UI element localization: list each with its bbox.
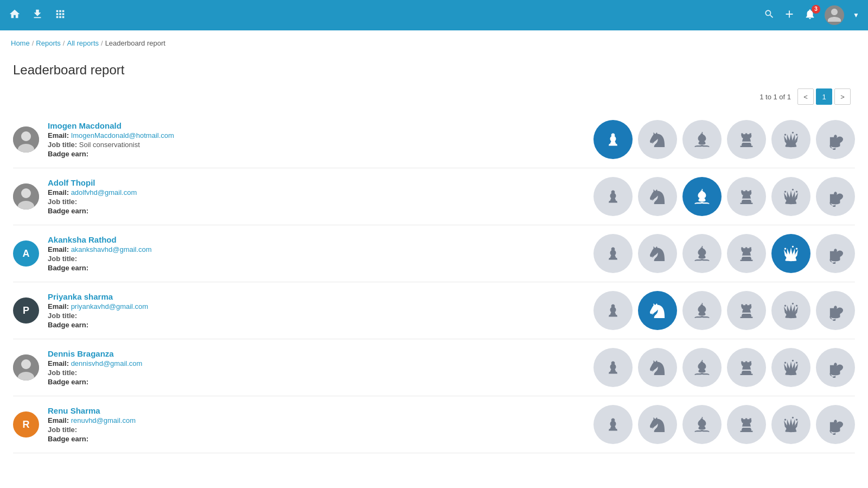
badge-king[interactable] (816, 348, 855, 387)
badges-row (593, 234, 855, 273)
badges-row (593, 177, 855, 216)
badge-knight[interactable] (638, 405, 677, 444)
nav-left (9, 8, 66, 23)
search-icon[interactable] (764, 9, 775, 22)
user-name: Akanksha Rathod (48, 235, 585, 244)
avatar: P (13, 297, 39, 324)
user-job-title: Job title: (48, 255, 585, 263)
badges-row (593, 405, 855, 444)
user-email: Email: akankshavhd@gmail.com (48, 245, 585, 253)
badge-king[interactable] (816, 120, 855, 159)
badge-rook[interactable] (727, 405, 766, 444)
top-navigation: 3 ▼ (0, 0, 868, 30)
badge-bishop[interactable] (682, 405, 722, 444)
badge-pawn[interactable] (593, 177, 633, 216)
user-info: Adolf ThopilEmail: adolfvhd@gmail.comJob… (48, 178, 585, 215)
badge-queen[interactable] (771, 177, 810, 216)
notification-count: 3 (812, 5, 820, 14)
grid-icon[interactable] (54, 8, 66, 23)
badge-rook[interactable] (727, 291, 766, 330)
table-row: Dennis BraganzaEmail: dennisvhd@gmail.co… (13, 339, 855, 396)
table-row: Imogen MacdonaldEmail: ImogenMacdonald@h… (13, 111, 855, 168)
breadcrumb-sep1: / (32, 39, 34, 47)
badge-queen[interactable] (771, 291, 810, 330)
user-badge-earn: Badge earn: (48, 435, 585, 443)
user-job-title: Job title: Soil conservationist (48, 141, 585, 149)
badge-bishop[interactable] (682, 120, 722, 159)
breadcrumb-home[interactable]: Home (11, 39, 30, 47)
badge-rook[interactable] (727, 120, 766, 159)
badge-king[interactable] (816, 177, 855, 216)
user-avatar[interactable] (825, 5, 844, 25)
badge-knight[interactable] (638, 291, 677, 330)
pagination-page-1[interactable]: 1 (816, 88, 832, 105)
user-badge-earn: Badge earn: (48, 207, 585, 215)
avatar: R (13, 411, 39, 438)
badge-bishop[interactable] (682, 291, 722, 330)
badge-knight[interactable] (638, 348, 677, 387)
pagination-prev[interactable]: < (797, 88, 814, 105)
user-badge-earn: Badge earn: (48, 321, 585, 329)
user-info: Imogen MacdonaldEmail: ImogenMacdonald@h… (48, 121, 585, 158)
badge-queen[interactable] (771, 234, 810, 273)
download-icon[interactable] (31, 8, 43, 23)
user-name: Renu Sharma (48, 406, 585, 415)
svg-point-1 (21, 131, 31, 141)
user-name: Dennis Braganza (48, 349, 585, 358)
badge-knight[interactable] (638, 234, 677, 273)
user-email: Email: dennisvhd@gmail.com (48, 359, 585, 367)
svg-point-7 (21, 359, 31, 369)
user-name: Priyanka sharma (48, 292, 585, 301)
badge-pawn[interactable] (593, 348, 633, 387)
pagination-next[interactable]: > (834, 88, 851, 105)
table-row: Adolf ThopilEmail: adolfvhd@gmail.comJob… (13, 168, 855, 225)
breadcrumb-reports[interactable]: Reports (36, 39, 61, 47)
user-info: Akanksha RathodEmail: akankshavhd@gmail.… (48, 235, 585, 272)
user-badge-earn: Badge earn: (48, 150, 585, 158)
badge-queen[interactable] (771, 405, 810, 444)
badge-bishop[interactable] (682, 348, 722, 387)
breadcrumb: Home / Reports / All reports / Leaderboa… (0, 30, 868, 52)
main-content: Leaderboard report 1 to 1 of 1 < 1 > Imo… (0, 52, 868, 488)
add-icon[interactable] (783, 8, 795, 23)
avatar (13, 354, 39, 381)
badges-row (593, 348, 855, 387)
badge-pawn[interactable] (593, 120, 633, 159)
dropdown-arrow[interactable]: ▼ (853, 11, 859, 19)
badge-rook[interactable] (727, 234, 766, 273)
breadcrumb-all-reports[interactable]: All reports (67, 39, 99, 47)
badge-rook[interactable] (727, 348, 766, 387)
user-info: Priyanka sharmaEmail: priyankavhd@gmail.… (48, 292, 585, 329)
breadcrumb-sep2: / (63, 39, 65, 47)
home-icon[interactable] (9, 8, 21, 23)
badge-queen[interactable] (771, 120, 810, 159)
avatar (13, 183, 39, 210)
badges-row (593, 120, 855, 159)
badge-pawn[interactable] (593, 405, 633, 444)
badge-pawn[interactable] (593, 291, 633, 330)
user-job-title: Job title: (48, 369, 585, 377)
badge-pawn[interactable] (593, 234, 633, 273)
badge-king[interactable] (816, 234, 855, 273)
user-email: Email: priyankavhd@gmail.com (48, 302, 585, 310)
user-job-title: Job title: (48, 312, 585, 320)
badge-king[interactable] (816, 291, 855, 330)
badge-knight[interactable] (638, 177, 677, 216)
badge-bishop[interactable] (682, 177, 722, 216)
user-name: Adolf Thopil (48, 178, 585, 187)
table-row: RRenu SharmaEmail: renuvhd@gmail.comJob … (13, 396, 855, 453)
badges-row (593, 291, 855, 330)
user-info: Renu SharmaEmail: renuvhd@gmail.comJob t… (48, 406, 585, 443)
user-email: Email: ImogenMacdonald@hotmail.com (48, 131, 585, 140)
user-email: Email: renuvhd@gmail.com (48, 416, 585, 424)
badge-rook[interactable] (727, 177, 766, 216)
user-email: Email: adolfvhd@gmail.com (48, 188, 585, 197)
avatar (13, 126, 39, 153)
badge-bishop[interactable] (682, 234, 722, 273)
notification-icon[interactable]: 3 (804, 8, 816, 23)
badge-knight[interactable] (638, 120, 677, 159)
badge-queen[interactable] (771, 348, 810, 387)
nav-right: 3 ▼ (764, 5, 859, 25)
table-row: PPriyanka sharmaEmail: priyankavhd@gmail… (13, 282, 855, 339)
badge-king[interactable] (816, 405, 855, 444)
